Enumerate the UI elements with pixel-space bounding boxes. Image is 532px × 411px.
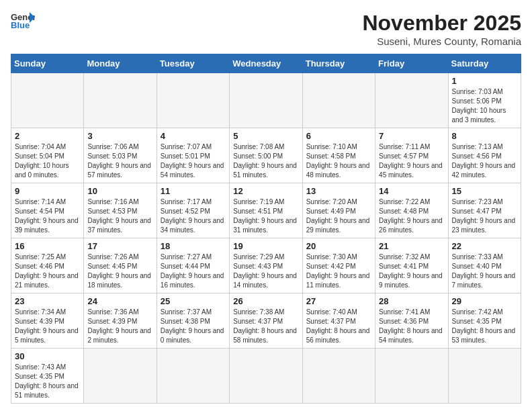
logo-icon: General Blue — [11, 11, 35, 30]
calendar-week-row: 9Sunrise: 7:14 AM Sunset: 4:54 PM Daylig… — [11, 183, 521, 238]
day-info: Sunrise: 7:06 AM Sunset: 5:03 PM Dayligh… — [87, 142, 152, 180]
calendar-cell — [157, 73, 229, 128]
calendar-cell: 4Sunrise: 7:07 AM Sunset: 5:01 PM Daylig… — [157, 128, 229, 183]
day-header-saturday: Saturday — [448, 54, 521, 73]
day-info: Sunrise: 7:30 AM Sunset: 4:42 PM Dayligh… — [306, 253, 371, 290]
day-header-wednesday: Wednesday — [230, 54, 302, 73]
day-number: 13 — [306, 186, 371, 196]
title-block: November 2025 Suseni, Mures County, Roma… — [362, 11, 521, 47]
month-title: November 2025 — [362, 11, 521, 36]
day-info: Sunrise: 7:43 AM Sunset: 4:35 PM Dayligh… — [15, 363, 80, 400]
day-info: Sunrise: 7:33 AM Sunset: 4:40 PM Dayligh… — [452, 253, 517, 290]
location-title: Suseni, Mures County, Romania — [362, 36, 521, 47]
calendar-cell: 6Sunrise: 7:10 AM Sunset: 4:58 PM Daylig… — [302, 128, 375, 183]
day-info: Sunrise: 7:19 AM Sunset: 4:51 PM Dayligh… — [233, 197, 298, 235]
day-number: 9 — [15, 186, 80, 196]
day-number: 12 — [233, 186, 298, 196]
calendar-cell: 1Sunrise: 7:03 AM Sunset: 5:06 PM Daylig… — [448, 73, 521, 128]
calendar-cell: 23Sunrise: 7:34 AM Sunset: 4:39 PM Dayli… — [11, 293, 84, 349]
day-info: Sunrise: 7:37 AM Sunset: 4:38 PM Dayligh… — [161, 308, 226, 345]
calendar-cell: 8Sunrise: 7:13 AM Sunset: 4:56 PM Daylig… — [448, 128, 521, 183]
calendar-cell — [230, 349, 302, 404]
calendar-cell — [302, 349, 375, 404]
logo: General Blue — [11, 11, 35, 30]
calendar-cell: 3Sunrise: 7:06 AM Sunset: 5:03 PM Daylig… — [84, 128, 157, 183]
calendar-cell: 16Sunrise: 7:25 AM Sunset: 4:46 PM Dayli… — [11, 238, 84, 293]
day-number: 2 — [15, 131, 80, 141]
day-number: 1 — [452, 76, 517, 86]
calendar-cell: 29Sunrise: 7:42 AM Sunset: 4:35 PM Dayli… — [448, 293, 521, 349]
day-info: Sunrise: 7:07 AM Sunset: 5:01 PM Dayligh… — [161, 142, 226, 180]
calendar-cell: 20Sunrise: 7:30 AM Sunset: 4:42 PM Dayli… — [302, 238, 375, 293]
calendar-cell: 30Sunrise: 7:43 AM Sunset: 4:35 PM Dayli… — [11, 349, 84, 404]
calendar: SundayMondayTuesdayWednesdayThursdayFrid… — [11, 54, 521, 404]
day-info: Sunrise: 7:38 AM Sunset: 4:37 PM Dayligh… — [233, 308, 298, 345]
day-number: 5 — [233, 131, 298, 141]
calendar-cell — [302, 73, 375, 128]
day-number: 27 — [306, 296, 371, 306]
day-info: Sunrise: 7:26 AM Sunset: 4:45 PM Dayligh… — [87, 253, 152, 290]
day-header-tuesday: Tuesday — [157, 54, 229, 73]
calendar-cell — [157, 349, 229, 404]
calendar-cell: 19Sunrise: 7:29 AM Sunset: 4:43 PM Dayli… — [230, 238, 302, 293]
day-header-sunday: Sunday — [11, 54, 84, 73]
calendar-cell: 15Sunrise: 7:23 AM Sunset: 4:47 PM Dayli… — [448, 183, 521, 238]
day-number: 3 — [87, 131, 152, 141]
calendar-cell: 5Sunrise: 7:08 AM Sunset: 5:00 PM Daylig… — [230, 128, 302, 183]
calendar-cell: 24Sunrise: 7:36 AM Sunset: 4:39 PM Dayli… — [84, 293, 157, 349]
day-info: Sunrise: 7:16 AM Sunset: 4:53 PM Dayligh… — [87, 197, 152, 235]
calendar-week-row: 1Sunrise: 7:03 AM Sunset: 5:06 PM Daylig… — [11, 73, 521, 128]
svg-text:Blue: Blue — [11, 20, 30, 30]
day-number: 14 — [379, 186, 444, 196]
calendar-cell — [11, 73, 84, 128]
day-info: Sunrise: 7:25 AM Sunset: 4:46 PM Dayligh… — [15, 253, 80, 290]
day-number: 25 — [161, 296, 226, 306]
calendar-cell — [84, 349, 157, 404]
day-header-monday: Monday — [84, 54, 157, 73]
day-info: Sunrise: 7:23 AM Sunset: 4:47 PM Dayligh… — [452, 197, 517, 235]
calendar-cell — [375, 349, 448, 404]
day-info: Sunrise: 7:08 AM Sunset: 5:00 PM Dayligh… — [233, 142, 298, 180]
day-info: Sunrise: 7:04 AM Sunset: 5:04 PM Dayligh… — [15, 142, 80, 180]
day-number: 6 — [306, 131, 371, 141]
day-number: 20 — [306, 241, 371, 251]
day-number: 23 — [15, 296, 80, 306]
day-header-friday: Friday — [375, 54, 448, 73]
day-number: 28 — [379, 296, 444, 306]
day-info: Sunrise: 7:10 AM Sunset: 4:58 PM Dayligh… — [306, 142, 371, 180]
calendar-cell: 28Sunrise: 7:41 AM Sunset: 4:36 PM Dayli… — [375, 293, 448, 349]
day-info: Sunrise: 7:29 AM Sunset: 4:43 PM Dayligh… — [233, 253, 298, 290]
day-info: Sunrise: 7:40 AM Sunset: 4:37 PM Dayligh… — [306, 308, 371, 345]
header: General Blue November 2025 Suseni, Mures… — [11, 11, 521, 47]
calendar-cell: 7Sunrise: 7:11 AM Sunset: 4:57 PM Daylig… — [375, 128, 448, 183]
day-info: Sunrise: 7:42 AM Sunset: 4:35 PM Dayligh… — [452, 308, 517, 345]
day-info: Sunrise: 7:11 AM Sunset: 4:57 PM Dayligh… — [379, 142, 444, 180]
calendar-week-row: 30Sunrise: 7:43 AM Sunset: 4:35 PM Dayli… — [11, 349, 521, 404]
calendar-cell: 27Sunrise: 7:40 AM Sunset: 4:37 PM Dayli… — [302, 293, 375, 349]
day-number: 7 — [379, 131, 444, 141]
day-number: 17 — [87, 241, 152, 251]
calendar-cell: 12Sunrise: 7:19 AM Sunset: 4:51 PM Dayli… — [230, 183, 302, 238]
calendar-cell: 2Sunrise: 7:04 AM Sunset: 5:04 PM Daylig… — [11, 128, 84, 183]
calendar-cell: 13Sunrise: 7:20 AM Sunset: 4:49 PM Dayli… — [302, 183, 375, 238]
day-number: 21 — [379, 241, 444, 251]
day-info: Sunrise: 7:36 AM Sunset: 4:39 PM Dayligh… — [87, 308, 152, 345]
calendar-cell: 14Sunrise: 7:22 AM Sunset: 4:48 PM Dayli… — [375, 183, 448, 238]
calendar-week-row: 2Sunrise: 7:04 AM Sunset: 5:04 PM Daylig… — [11, 128, 521, 183]
day-info: Sunrise: 7:13 AM Sunset: 4:56 PM Dayligh… — [452, 142, 517, 180]
calendar-header-row: SundayMondayTuesdayWednesdayThursdayFrid… — [11, 54, 521, 73]
calendar-cell — [230, 73, 302, 128]
day-info: Sunrise: 7:22 AM Sunset: 4:48 PM Dayligh… — [379, 197, 444, 235]
day-number: 29 — [452, 296, 517, 306]
day-number: 8 — [452, 131, 517, 141]
day-info: Sunrise: 7:20 AM Sunset: 4:49 PM Dayligh… — [306, 197, 371, 235]
calendar-cell: 18Sunrise: 7:27 AM Sunset: 4:44 PM Dayli… — [157, 238, 229, 293]
calendar-cell: 10Sunrise: 7:16 AM Sunset: 4:53 PM Dayli… — [84, 183, 157, 238]
day-number: 24 — [87, 296, 152, 306]
day-info: Sunrise: 7:17 AM Sunset: 4:52 PM Dayligh… — [161, 197, 226, 235]
day-info: Sunrise: 7:14 AM Sunset: 4:54 PM Dayligh… — [15, 197, 80, 235]
day-number: 4 — [161, 131, 226, 141]
day-number: 15 — [452, 186, 517, 196]
calendar-cell: 17Sunrise: 7:26 AM Sunset: 4:45 PM Dayli… — [84, 238, 157, 293]
calendar-cell: 25Sunrise: 7:37 AM Sunset: 4:38 PM Dayli… — [157, 293, 229, 349]
